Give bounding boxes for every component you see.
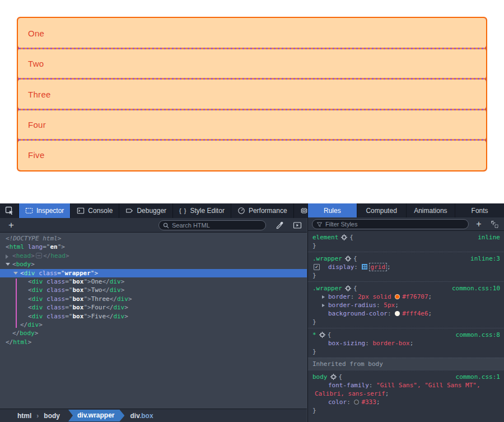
css-property-name[interactable]: border [328,293,351,300]
sidebar-tab-fonts[interactable]: Fonts [455,203,504,217]
rule-selector[interactable]: body [312,373,328,381]
breadcrumb-item[interactable]: html [12,412,36,420]
stylesheet-link[interactable]: common.css:1 [456,373,500,381]
colon: : [354,263,361,271]
sidebar-tab-rules[interactable]: Rules [308,203,357,217]
css-value-grid[interactable]: grid [369,263,388,271]
rule-selector[interactable]: element [312,234,338,241]
stylesheet-link[interactable]: common.css:8 [456,331,500,339]
selector-highlighter-icon[interactable] [341,234,347,240]
tab-performance[interactable]: Performance [231,203,294,218]
css-property-name[interactable]: box-sizing [328,340,365,347]
selector-highlighter-icon[interactable] [319,332,325,338]
css-property-name[interactable]: display [328,263,354,271]
css-declaration[interactable]: color: #333; [312,398,500,406]
tab-style-editor[interactable]: { }Style Editor [173,203,231,218]
color-swatch[interactable] [354,400,359,405]
css-property-name[interactable]: background-color [328,310,388,317]
expand-shorthand-icon[interactable] [322,304,325,307]
selector-highlighter-icon[interactable] [345,285,351,291]
css-value[interactable]: "Gill Sans", "Gill Sans MT", [376,382,480,389]
css-value[interactable]: 5px [384,302,395,309]
collapse-arrow-icon[interactable] [13,272,18,275]
color-swatch[interactable] [395,294,400,299]
css-value[interactable]: #333 [361,398,376,406]
markup-node-selected[interactable]: <div class="wrapper"> [0,269,307,277]
markup-node[interactable]: </html> [0,338,307,346]
rule-selector[interactable]: * [312,331,316,338]
collapse-arrow-icon[interactable] [6,263,10,266]
pick-element-icon[interactable] [0,203,19,218]
sidebar-tab-animations[interactable]: Animations [407,203,456,217]
markup-node[interactable]: <html lang="en"> [0,243,307,251]
markup-node[interactable]: <div class="box">Two</div> [0,286,307,294]
markup-node[interactable]: <head>⋯</head> [0,252,307,260]
stylesheet-link[interactable]: inline:3 [470,254,500,263]
sidebar-tab-computed[interactable]: Computed [357,203,407,217]
rule-selector[interactable]: .wrapper [312,285,342,292]
stylesheet-link[interactable]: inline [478,233,500,242]
markup-node[interactable]: <!DOCTYPE html> [0,234,307,243]
css-declaration[interactable]: ✓display: grid; [312,263,500,271]
css-value[interactable]: border-box [372,340,409,347]
markup-token: > [121,286,125,294]
css-property-name[interactable]: font-family [328,382,369,389]
css-property-name[interactable]: color [328,398,347,406]
tab-console[interactable]: Console [71,203,119,218]
filter-styles-input[interactable] [325,221,464,228]
stylesheet-link[interactable]: common.css:10 [452,284,500,293]
rule-selector[interactable]: .wrapper [312,255,342,262]
markup-node[interactable]: <div class="box">Four</div> [0,303,307,312]
color-swatch[interactable] [395,311,400,316]
grid-highlighter-icon[interactable] [362,264,367,270]
eyedropper-icon[interactable] [272,218,287,233]
filter-styles-box[interactable] [312,219,469,229]
tab-inspector[interactable]: Inspector [19,203,71,218]
markup-token: box [73,313,84,320]
search-html-box[interactable] [158,220,266,230]
search-html-input[interactable] [172,222,262,229]
markup-node[interactable]: <body> [0,260,307,268]
markup-node[interactable]: </body> [0,329,307,337]
open-brace: { [353,285,357,292]
breadcrumb-item[interactable]: div.box [124,412,158,420]
grid-box: Four [18,109,486,140]
selector-highlighter-icon[interactable] [345,256,351,262]
markup-node[interactable]: </div> [0,321,307,329]
markup-node[interactable]: <div class="box">Three</div> [0,295,307,303]
css-property-name[interactable]: border-radius [328,302,376,309]
css-declaration[interactable]: box-sizing: border-box; [312,339,500,347]
css-value[interactable]: Calibri, sans-serif [315,390,385,397]
css-declaration[interactable]: background-color: #fff4e6; [312,309,500,318]
markup-token: div [113,304,124,311]
devtools-panel: InspectorConsoleDebugger{ }Style EditorP… [0,203,504,422]
selector-highlighter-icon[interactable] [330,374,337,380]
css-declaration-wrap[interactable]: Calibri, sans-serif; [312,389,500,398]
css-declaration[interactable]: border: 2px solid #f76707; [312,293,500,301]
declaration-checkbox[interactable]: ✓ [314,264,320,270]
rendered-page: OneTwoThreeFourFive [0,0,504,203]
css-value[interactable]: #fff4e6 [402,310,428,317]
tab-debugger[interactable]: Debugger [119,203,173,218]
expand-shorthand-icon[interactable] [322,295,325,299]
css-value[interactable]: #f76707 [402,293,428,300]
markup-token: "> [91,270,98,277]
grid-box-label: One [28,29,44,38]
css-value[interactable]: 2px solid [358,293,395,300]
add-rule-button[interactable]: + [472,217,486,231]
markup-node[interactable]: <div class="box">One</div> [0,277,307,286]
pseudo-class-toggle-icon[interactable] [488,217,501,231]
sidebar-toggle-icon[interactable] [290,218,305,233]
markup-node[interactable]: <div class="box">Five</div> [0,312,307,321]
markup-token: "> [83,286,91,294]
css-declaration[interactable]: border-radius: 5px; [312,301,500,309]
markup-token: wrapper [65,270,91,277]
colon: : [376,302,384,309]
expand-arrow-icon[interactable] [6,254,8,259]
css-declaration[interactable]: font-family: "Gill Sans", "Gill Sans MT"… [312,381,500,389]
breadcrumb-item-selected[interactable]: div.wrapper [68,410,124,421]
breadcrumb-item[interactable]: body [39,412,65,420]
create-node-button[interactable]: + [4,218,18,233]
markup-token: < [12,261,16,268]
markup-token: < [28,286,32,294]
